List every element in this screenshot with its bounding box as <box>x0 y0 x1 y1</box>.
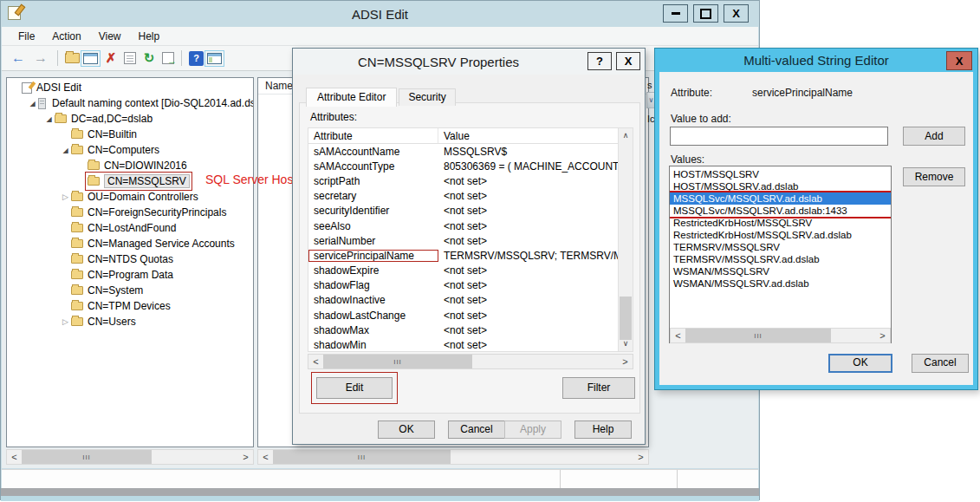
console-tree-icon[interactable] <box>207 53 222 64</box>
value-item[interactable]: RestrictedKrbHost/MSSQLSRV.ad.dslab <box>670 229 891 241</box>
name-column-header[interactable]: Name <box>258 80 293 92</box>
menu-action[interactable]: Action <box>44 29 88 44</box>
open-folder-icon[interactable] <box>65 53 80 63</box>
delete-icon[interactable]: ✗ <box>101 49 120 67</box>
tree-item-cn-users[interactable]: ▷CN=Users <box>7 314 253 329</box>
remove-button[interactable]: Remove <box>903 167 965 186</box>
apply-button[interactable]: Apply <box>504 421 561 439</box>
value-item[interactable]: MSSQLSvc/MSSQLSRV.ad.dslab:1433 <box>670 205 891 217</box>
attribute-column-header[interactable]: Attribute <box>308 128 438 143</box>
scroll-left-icon[interactable]: < <box>258 452 273 462</box>
edit-button[interactable]: Edit <box>316 377 393 399</box>
tree-item-cn-system[interactable]: CN=System <box>7 283 253 298</box>
tree-item-cn-program-data[interactable]: CN=Program Data <box>7 267 253 283</box>
tree-item-adsi-edit[interactable]: ADSI Edit <box>7 80 253 95</box>
tree-item-cn-builtin[interactable]: CN=Builtin <box>7 127 253 142</box>
table-row[interactable]: securityIdentifier<not set> <box>308 204 620 218</box>
tree-item-dc-ad-dc-dslab[interactable]: ◢DC=ad,DC=dslab <box>7 111 253 127</box>
ok-button[interactable]: OK <box>378 421 435 439</box>
table-row[interactable]: shadowExpire<not set> <box>308 264 620 278</box>
cancel-button[interactable]: Cancel <box>912 354 969 373</box>
scroll-left-icon[interactable]: < <box>7 452 22 462</box>
tree-expander-icon[interactable]: ◢ <box>60 147 71 154</box>
value-to-add-input[interactable] <box>670 127 888 146</box>
ok-button[interactable]: OK <box>828 354 892 373</box>
value-item[interactable]: RestrictedKrbHost/MSSQLSRV <box>670 217 891 229</box>
help-button[interactable]: Help <box>574 421 632 439</box>
attributes-horizontal-scrollbar[interactable]: < > <box>308 354 633 369</box>
menu-help[interactable]: Help <box>131 29 168 44</box>
scroll-left-icon[interactable]: < <box>308 356 323 367</box>
scroll-up-icon[interactable]: ∧ <box>619 128 633 143</box>
titlebar[interactable]: ADSI Edit <box>1 1 759 27</box>
scrollbar-thumb[interactable] <box>685 329 831 342</box>
scroll-down-icon[interactable]: ∨ <box>619 336 633 351</box>
close-button[interactable] <box>724 4 749 23</box>
value-item[interactable]: WSMAN/MSSQLSRV.ad.dslab <box>670 277 891 290</box>
tree-expander-icon[interactable]: ◢ <box>43 115 55 123</box>
filter-button[interactable]: Filter <box>562 377 635 399</box>
table-row[interactable]: shadowFlag<not set> <box>308 278 620 293</box>
help-icon[interactable]: ? <box>189 51 204 66</box>
tree-expander-icon[interactable]: ◢ <box>27 100 38 108</box>
value-item[interactable]: HOST/MSSQLSRV <box>670 168 891 180</box>
export-list-icon[interactable] <box>162 52 174 64</box>
scroll-right-icon[interactable]: > <box>238 452 253 462</box>
maximize-button[interactable] <box>693 4 718 23</box>
scroll-right-icon[interactable]: > <box>875 330 890 341</box>
value-item[interactable]: WSMAN/MSSQLSRV <box>670 265 891 277</box>
table-row[interactable]: servicePrincipalNameTERMSRV/MSSQLSRV; TE… <box>308 248 620 263</box>
table-row[interactable]: shadowMin<not set> <box>308 337 620 352</box>
value-item[interactable]: HOST/MSSQLSRV.ad.dslab <box>670 180 891 192</box>
tree-expander-icon[interactable]: ▷ <box>60 317 71 326</box>
cancel-button[interactable]: Cancel <box>448 421 505 439</box>
scrollbar-thumb[interactable] <box>273 450 451 464</box>
value-item[interactable]: TERMSRV/MSSQLSRV <box>670 241 891 253</box>
tree-item-cn-foreignsecurityprincipals[interactable]: CN=ForeignSecurityPrincipals <box>7 205 253 220</box>
table-row[interactable]: shadowInactive<not set> <box>308 293 620 308</box>
back-icon[interactable]: ← <box>9 49 28 67</box>
list-horizontal-scrollbar[interactable]: < > <box>257 449 649 465</box>
properties-icon[interactable] <box>124 52 136 64</box>
forward-icon[interactable]: → <box>31 49 50 67</box>
tab-attribute-editor[interactable]: Attribute Editor <box>306 88 397 107</box>
scroll-right-icon[interactable]: > <box>633 452 648 462</box>
dialog-help-icon[interactable] <box>587 52 612 70</box>
tree-item-cn-diowin2016[interactable]: CN=DIOWIN2016 <box>7 158 253 173</box>
table-row[interactable]: sAMAccountNameMSSQLSRV$ <box>308 144 620 159</box>
scroll-left-icon[interactable]: < <box>671 330 685 341</box>
tree-item-cn-computers[interactable]: ◢CN=Computers <box>7 142 253 158</box>
attributes-vertical-scrollbar[interactable]: ∧ ∨ <box>618 128 633 351</box>
tree-horizontal-scrollbar[interactable]: < > <box>6 449 254 465</box>
table-row[interactable]: shadowMax<not set> <box>308 323 620 337</box>
console-window-icon[interactable] <box>83 53 98 64</box>
tree-item-cn-tpm-devices[interactable]: CN=TPM Devices <box>7 298 253 314</box>
scroll-right-icon[interactable]: > <box>618 356 633 367</box>
table-row[interactable]: secretary<not set> <box>308 189 620 204</box>
table-row[interactable]: scriptPath<not set> <box>308 173 620 188</box>
tree-item-default-naming-context-dio-sql2014-ad-dsla[interactable]: ◢Default naming context [Dio-SQL2014.ad.… <box>7 95 253 111</box>
table-row[interactable]: shadowLastChange<not set> <box>308 308 620 323</box>
scrollbar-thumb[interactable] <box>323 355 472 368</box>
tree-expander-icon[interactable]: ▷ <box>60 192 71 201</box>
add-button[interactable]: Add <box>903 127 965 146</box>
scrollbar-thumb[interactable] <box>22 450 152 464</box>
tree-item-cn-lostandfound[interactable]: CN=LostAndFound <box>7 220 253 236</box>
properties-dialog-titlebar[interactable]: CN=MSSQLSRV Properties <box>293 49 645 75</box>
scrollbar-thumb[interactable] <box>620 297 632 340</box>
tree-item-ou-domain-controllers[interactable]: ▷OU=Domain Controllers <box>7 189 253 205</box>
minimize-button[interactable] <box>663 4 688 23</box>
value-column-header[interactable]: Value <box>438 128 633 143</box>
refresh-icon[interactable]: ↻ <box>140 49 159 67</box>
tab-security[interactable]: Security <box>399 88 455 106</box>
value-item[interactable]: MSSQLSvc/MSSQLSRV.ad.dslab <box>670 192 891 205</box>
dialog-close-icon[interactable] <box>946 51 972 70</box>
values-horizontal-scrollbar[interactable]: < > <box>670 328 891 343</box>
dialog-close-icon[interactable] <box>616 52 640 70</box>
tree-item-cn-managed-service-accounts[interactable]: CN=Managed Service Accounts <box>7 236 253 251</box>
table-row[interactable]: sAMAccountType805306369 = ( MACHINE_ACCO… <box>308 159 620 173</box>
tree-item-cn-ntds-quotas[interactable]: CN=NTDS Quotas <box>7 251 253 267</box>
table-row[interactable]: serialNumber<not set> <box>308 233 620 248</box>
menu-view[interactable]: View <box>91 29 129 44</box>
table-row[interactable]: seeAlso<not set> <box>308 218 620 233</box>
